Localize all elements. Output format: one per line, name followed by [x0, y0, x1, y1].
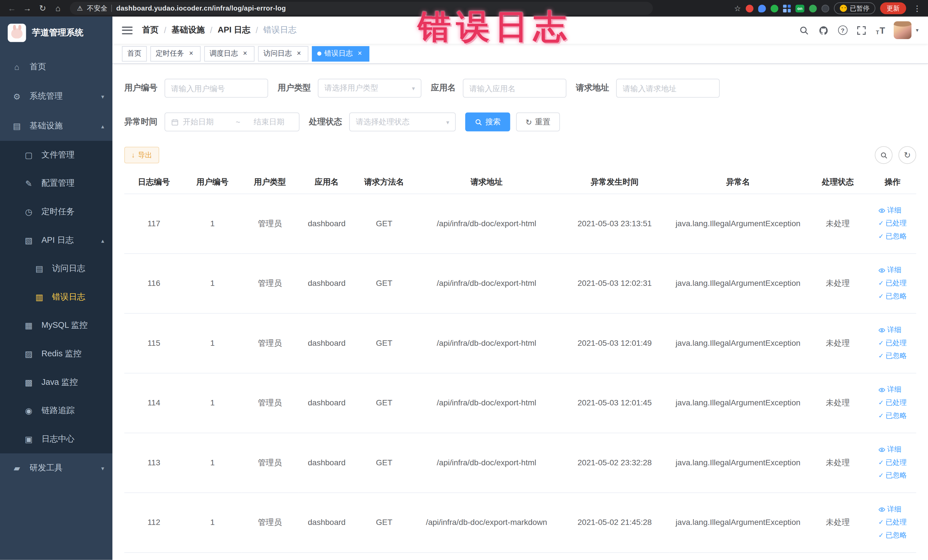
eye-icon — [878, 446, 885, 453]
help-icon[interactable]: ? — [838, 25, 847, 35]
ignored-link[interactable]: ✓ 已忽略 — [878, 530, 907, 540]
user-type-select[interactable]: 请选择用户类型 ▾ — [318, 79, 421, 98]
sidebar-item-log-center[interactable]: ▣ 日志中心 — [0, 425, 112, 453]
sidebar-item-file-manage[interactable]: ▢ 文件管理 — [0, 141, 112, 169]
forward-icon[interactable]: → — [20, 3, 35, 13]
search-button[interactable]: 搜索 — [465, 112, 510, 131]
detail-link[interactable]: 详细 — [878, 205, 902, 215]
hamburger-icon[interactable] — [122, 26, 132, 34]
processed-link[interactable]: ✓ 已处理 — [878, 517, 907, 527]
close-icon[interactable]: × — [356, 49, 364, 58]
check-icon: ✓ — [878, 339, 884, 347]
cell-exception-name: java.lang.IllegalArgumentException — [669, 253, 806, 313]
refresh-table-button[interactable]: ↻ — [898, 146, 916, 164]
reset-button[interactable]: ↻ 重置 — [516, 112, 560, 131]
tag-scheduled-jobs[interactable]: 定时任务 × — [150, 46, 200, 61]
sidebar-item-redis-monitor[interactable]: ▨ Redis 监控 — [0, 340, 112, 368]
search-icon[interactable] — [799, 25, 809, 35]
cell-log-id: 116 — [124, 253, 183, 313]
ignored-link[interactable]: ✓ 已忽略 — [878, 351, 907, 361]
font-size-icon[interactable]: TT — [876, 25, 885, 35]
sidebar-item-devtools[interactable]: ▰ 研发工具 ▾ — [0, 453, 112, 483]
processed-link[interactable]: ✓ 已处理 — [878, 338, 907, 348]
request-url-input[interactable] — [623, 84, 713, 93]
chevron-down-icon: ▾ — [101, 465, 104, 471]
cell-request-url: /api/infra/db-doc/export-html — [413, 313, 560, 373]
app-name-input[interactable] — [469, 84, 560, 93]
github-icon[interactable] — [818, 25, 829, 35]
close-icon[interactable]: × — [295, 49, 303, 58]
url-text: dashboard.yudao.iocoder.cn/infra/log/api… — [116, 5, 286, 12]
avatar[interactable] — [894, 21, 912, 39]
date-range-picker[interactable]: 开始日期 ~ 结束日期 — [165, 112, 299, 131]
tag-home[interactable]: 首页 — [122, 46, 147, 61]
reload-icon[interactable]: ↻ — [35, 3, 50, 13]
breadcrumb-home[interactable]: 首页 — [142, 25, 159, 35]
top-navbar: 首页 / 基础设施 / API 日志 / 错误日志 ? — [112, 17, 928, 44]
processed-link[interactable]: ✓ 已处理 — [878, 278, 907, 288]
browser-menu-icon[interactable]: ⋮ — [911, 4, 923, 12]
fullscreen-icon[interactable] — [856, 25, 867, 35]
sidebar-item-java-monitor[interactable]: ▩ Java 监控 — [0, 368, 112, 397]
process-status-select[interactable]: 请选择处理状态 ▾ — [349, 112, 456, 131]
detail-link[interactable]: 详细 — [878, 325, 902, 335]
sidebar-item-api-log[interactable]: ▧ API 日志 ▴ — [0, 226, 112, 255]
ignored-link[interactable]: ✓ 已忽略 — [878, 291, 907, 301]
tag-access-log[interactable]: 访问日志 × — [258, 46, 308, 61]
url-divider — [111, 5, 112, 12]
ignored-link[interactable]: ✓ 已忽略 — [878, 470, 907, 481]
detail-link[interactable]: 详细 — [878, 444, 902, 455]
extension-paw-icon[interactable] — [821, 5, 829, 12]
extension-green-icon[interactable] — [771, 5, 778, 12]
ignored-link[interactable]: ✓ 已忽略 — [878, 411, 907, 421]
active-dot — [317, 51, 322, 56]
url-bar[interactable]: ⚠ 不安全 dashboard.yudao.iocoder.cn/infra/l… — [70, 2, 653, 15]
bookmark-star-icon[interactable]: ☆ — [734, 4, 741, 12]
check-icon: ✓ — [878, 232, 884, 240]
processed-link[interactable]: ✓ 已处理 — [878, 218, 907, 229]
detail-link[interactable]: 详细 — [878, 504, 902, 514]
breadcrumb-separator: / — [256, 25, 258, 35]
sidebar-item-system[interactable]: ⚙ 系统管理 ▾ — [0, 82, 112, 111]
sidebar-item-label: 链路追踪 — [41, 405, 75, 416]
extension-on-badge[interactable]: on — [795, 5, 804, 12]
update-chip[interactable]: 更新 — [880, 2, 906, 14]
sidebar-item-error-log[interactable]: ▥ 错误日志 — [0, 283, 112, 311]
extension-grid-icon[interactable] — [783, 5, 791, 12]
extension-red-icon[interactable] — [746, 5, 753, 12]
user-id-input[interactable] — [171, 84, 262, 93]
tag-schedule-log[interactable]: 调度日志 × — [204, 46, 255, 61]
sidebar-item-home[interactable]: ⌂ 首页 — [0, 52, 112, 82]
breadcrumb-infrastructure[interactable]: 基础设施 — [171, 25, 205, 35]
sidebar-item-access-log[interactable]: ▤ 访问日志 — [0, 255, 112, 283]
processed-link[interactable]: ✓ 已处理 — [878, 458, 907, 468]
back-icon[interactable]: ← — [5, 3, 19, 13]
cell-user-type: 管理员 — [241, 373, 298, 433]
toggle-search-button[interactable] — [875, 146, 892, 164]
processed-link[interactable]: ✓ 已处理 — [878, 398, 907, 407]
error-log-icon: ▥ — [34, 292, 44, 302]
sidebar-item-trace[interactable]: ◉ 链路追踪 — [0, 397, 112, 425]
close-icon[interactable]: × — [187, 49, 195, 58]
breadcrumb-api-log[interactable]: API 日志 — [218, 25, 250, 35]
detail-link[interactable]: 详细 — [878, 265, 902, 275]
extension-drop-icon[interactable] — [758, 5, 766, 12]
close-icon[interactable]: × — [241, 49, 249, 58]
user-id-field — [165, 79, 268, 98]
extension-leaf-icon[interactable] — [809, 5, 817, 12]
sidebar-item-mysql-monitor[interactable]: ▦ MySQL 监控 — [0, 311, 112, 340]
sidebar-item-scheduled-jobs[interactable]: ◷ 定时任务 — [0, 198, 112, 226]
paused-chip[interactable]: 已暂停 — [834, 2, 875, 14]
sidebar-item-infrastructure[interactable]: ▤ 基础设施 ▴ — [0, 111, 112, 141]
export-button[interactable]: ↓ 导出 — [124, 147, 159, 163]
tag-error-log[interactable]: 错误日志 × — [312, 46, 369, 61]
browser-home-icon[interactable]: ⌂ — [51, 3, 65, 13]
detail-link[interactable]: 详细 — [878, 385, 902, 395]
sidebar: 芋道管理系统 ⌂ 首页 ⚙ 系统管理 ▾ ▤ 基础设施 ▴ — [0, 17, 112, 560]
sidebar-item-config-manage[interactable]: ✎ 配置管理 — [0, 169, 112, 198]
tag-label: 访问日志 — [263, 49, 292, 58]
caret-down-icon[interactable]: ▾ — [916, 27, 919, 33]
app-logo[interactable]: 芋道管理系统 — [0, 17, 112, 49]
row-actions: 详细 ✓ 已处理 ✓ 已忽略 — [878, 504, 907, 540]
ignored-link[interactable]: ✓ 已忽略 — [878, 231, 907, 241]
